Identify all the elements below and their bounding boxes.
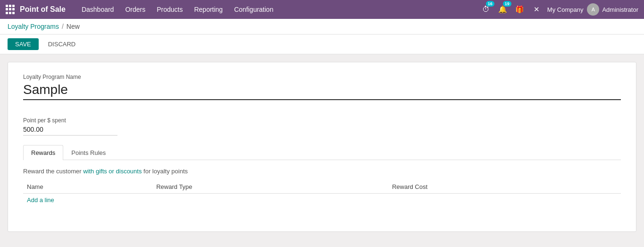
bell-badge: 19 xyxy=(503,1,511,7)
save-button[interactable]: SAVE xyxy=(8,38,39,50)
tab-rewards[interactable]: Rewards xyxy=(23,145,63,160)
topnav-right: 16 19 My Company A Administrator xyxy=(479,3,638,16)
app-title: Point of Sale xyxy=(20,5,66,14)
action-bar: SAVE DISCARD xyxy=(0,34,644,54)
grid-menu-icon[interactable] xyxy=(6,5,15,14)
user-name: Administrator xyxy=(602,6,638,13)
menu-item-dashboard[interactable]: Dashboard xyxy=(77,4,119,15)
points-label: Point per $ spent xyxy=(23,117,621,124)
top-menu: Dashboard Orders Products Reporting Conf… xyxy=(77,4,479,15)
col-reward-type: Reward Type xyxy=(152,180,388,194)
program-name-section: Loyalty Program Name xyxy=(23,74,621,108)
clock-badge: 16 xyxy=(486,1,494,7)
points-input[interactable] xyxy=(23,126,117,136)
menu-item-reporting[interactable]: Reporting xyxy=(189,4,227,15)
col-reward-cost: Reward Cost xyxy=(388,180,621,194)
breadcrumb-separator: / xyxy=(62,23,64,30)
rewards-tab-content: Reward the customer with gifts or discou… xyxy=(23,168,621,206)
company-selector[interactable]: My Company xyxy=(547,6,584,13)
menu-item-products[interactable]: Products xyxy=(152,4,187,15)
tabs: Rewards Points Rules xyxy=(23,145,621,160)
rewards-desc-mid: for loyalty points xyxy=(143,168,188,175)
menu-item-orders[interactable]: Orders xyxy=(120,4,150,15)
breadcrumb-parent-link[interactable]: Loyalty Programs xyxy=(8,23,59,30)
rewards-description: Reward the customer with gifts or discou… xyxy=(23,168,621,175)
discard-button[interactable]: DISCARD xyxy=(42,38,82,50)
bell-icon-btn[interactable]: 19 xyxy=(496,3,510,16)
rewards-desc-link: with gifts or discounts xyxy=(83,168,142,175)
add-line-link[interactable]: Add a line xyxy=(27,196,54,204)
program-name-label: Loyalty Program Name xyxy=(23,74,621,80)
col-name: Name xyxy=(23,180,152,194)
clock-icon-btn[interactable]: 16 xyxy=(479,3,493,16)
breadcrumb: Loyalty Programs / New xyxy=(0,19,644,34)
company-name: My Company xyxy=(547,6,584,13)
top-navigation: Point of Sale Dashboard Orders Products … xyxy=(0,0,644,19)
table-row-add: Add a line xyxy=(23,194,621,207)
program-name-input[interactable] xyxy=(23,82,621,100)
gift-icon xyxy=(515,5,524,14)
close-icon xyxy=(534,5,540,14)
close-icon-btn[interactable] xyxy=(530,3,544,16)
rewards-desc-plain: Reward the customer xyxy=(23,168,83,175)
menu-item-configuration[interactable]: Configuration xyxy=(229,4,278,15)
user-menu[interactable]: A Administrator xyxy=(587,3,638,16)
form-card: Loyalty Program Name Point per $ spent R… xyxy=(8,62,636,232)
rewards-table: Name Reward Type Reward Cost Add a line xyxy=(23,180,621,206)
gift-icon-btn[interactable] xyxy=(513,3,527,16)
avatar: A xyxy=(587,3,599,16)
main-content: Loyalty Program Name Point per $ spent R… xyxy=(0,54,644,239)
breadcrumb-current: New xyxy=(67,23,80,30)
tab-points-rules[interactable]: Points Rules xyxy=(63,145,114,160)
points-section: Point per $ spent xyxy=(23,117,621,136)
